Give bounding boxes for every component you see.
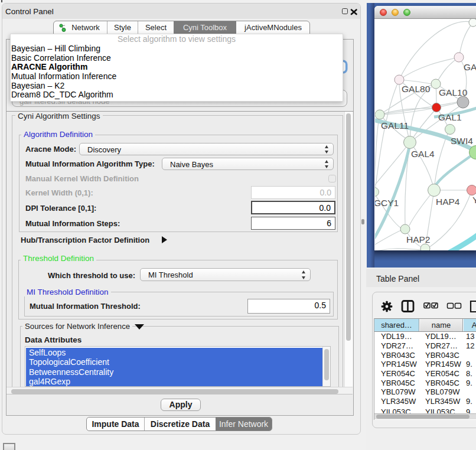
svg-text:Y: Y — [472, 195, 476, 205]
svg-text:GAL4: GAL4 — [411, 149, 435, 159]
svg-text:GCY1: GCY1 — [375, 198, 399, 208]
svg-text:GAL11: GAL11 — [381, 120, 409, 131]
svg-text:GAL: GAL — [464, 62, 476, 72]
svg-text:GAL1: GAL1 — [438, 112, 462, 122]
svg-text:HAP2: HAP2 — [406, 234, 431, 244]
svg-text:SWI4: SWI4 — [451, 136, 473, 146]
svg-text:HAP4: HAP4 — [436, 197, 460, 207]
svg-text:GAL10: GAL10 — [439, 87, 468, 97]
svg-text:GAL80: GAL80 — [402, 84, 431, 94]
